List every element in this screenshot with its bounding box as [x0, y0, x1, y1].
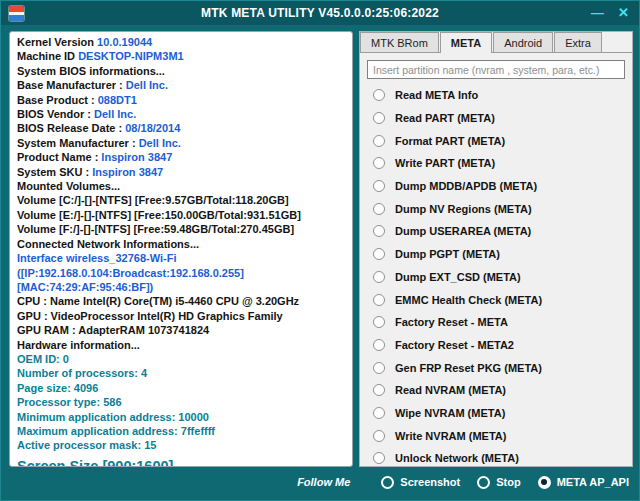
action-emmc-health-check-meta[interactable]: EMMC Health Check (META) — [373, 288, 632, 311]
radio-icon[interactable] — [381, 476, 394, 489]
action-factory-reset-meta[interactable]: Factory Reset - META — [373, 311, 632, 334]
log-line: Maximum application address: 7ffeffff — [17, 424, 346, 438]
radio-icon[interactable] — [373, 203, 385, 215]
screen-size-line: Screen Size [900:1600] — [17, 456, 346, 467]
action-label: Read META Info — [395, 89, 478, 101]
tab-meta[interactable]: META — [440, 32, 492, 52]
log-line: Machine ID DESKTOP-NIPM3M1 — [17, 49, 346, 63]
radio-icon[interactable] — [373, 407, 385, 419]
radio-icon[interactable] — [373, 248, 385, 260]
action-dump-nv-regions-meta[interactable]: Dump NV Regions (META) — [373, 197, 632, 220]
radio-icon[interactable] — [373, 362, 385, 374]
title-bar: MTK META UTILITY V45.0.0.0:25:06:2022 — … — [1, 1, 639, 25]
radio-icon[interactable] — [477, 476, 490, 489]
log-line: Connected Network Informations... — [17, 237, 346, 251]
radio-icon[interactable] — [373, 112, 385, 124]
action-read-meta-info[interactable]: Read META Info — [373, 84, 632, 107]
action-label: Write NVRAM (META) — [395, 430, 506, 442]
footer-options: ScreenshotStopMETA AP_API — [381, 476, 629, 489]
tab-mtk-brom[interactable]: MTK BRom — [360, 32, 439, 52]
log-line: Minimum application address: 10000 — [17, 410, 346, 424]
log-line: CPU : Name Intel(R) Core(TM) i5-4460 CPU… — [17, 294, 346, 308]
log-line: Hardware information... — [17, 338, 346, 352]
radio-icon[interactable] — [373, 384, 385, 396]
window-controls: — ✕ — [591, 1, 633, 25]
action-label: Read PART (META) — [395, 112, 495, 124]
action-dump-userarea-meta[interactable]: Dump USERAREA (META) — [373, 220, 632, 243]
log-line: Mounted Volumes... — [17, 179, 346, 193]
action-unlock-network-meta[interactable]: Unlock Network (META) — [373, 447, 632, 470]
log-line: Active processor mask: 15 — [17, 438, 346, 452]
action-read-nvram-meta[interactable]: Read NVRAM (META) — [373, 379, 632, 402]
meta-actions-list: Read META InfoRead PART (META)Format PAR… — [360, 81, 632, 470]
radio-icon[interactable] — [373, 157, 385, 169]
action-label: Unlock Network (META) — [395, 452, 519, 464]
action-dump-ext-csd-meta[interactable]: Dump EXT_CSD (META) — [373, 266, 632, 289]
action-dump-pgpt-meta[interactable]: Dump PGPT (META) — [373, 243, 632, 266]
log-line: Volume [E:/]-[]-[NTFS] [Free:150.00GB/To… — [17, 208, 346, 222]
app-logo-icon — [9, 6, 24, 21]
radio-icon[interactable] — [538, 476, 551, 489]
radio-icon[interactable] — [373, 339, 385, 351]
right-panel: MTK BRomMETAAndroidExtra Read META InfoR… — [359, 31, 633, 467]
action-factory-reset-meta2[interactable]: Factory Reset - META2 — [373, 334, 632, 357]
close-button[interactable]: ✕ — [618, 1, 629, 25]
action-read-part-meta[interactable]: Read PART (META) — [373, 107, 632, 130]
action-write-part-meta[interactable]: Write PART (META) — [373, 152, 632, 175]
footer-option-label: META AP_API — [557, 476, 629, 488]
partition-name-input[interactable] — [367, 60, 625, 79]
log-line: Kernel Version 10.0.19044 — [17, 35, 346, 49]
log-line: Interface wireless_32768-Wi-Fi ([IP:192.… — [17, 251, 346, 294]
log-line: Base Product : 088DT1 — [17, 93, 346, 107]
footer-bar: Follow Me ScreenshotStopMETA AP_API — [1, 472, 629, 492]
footer-option-meta-ap-api[interactable]: META AP_API — [538, 476, 629, 489]
window-title: MTK META UTILITY V45.0.0.0:25:06:2022 — [1, 1, 639, 25]
footer-option-stop[interactable]: Stop — [477, 476, 520, 489]
action-label: Factory Reset - META — [395, 316, 508, 328]
action-label: Read NVRAM (META) — [395, 384, 506, 396]
action-label: Format PART (META) — [395, 135, 505, 147]
action-label: Factory Reset - META2 — [395, 339, 514, 351]
action-wipe-nvram-meta[interactable]: Wipe NVRAM (META) — [373, 402, 632, 425]
tab-extra[interactable]: Extra — [554, 32, 602, 52]
footer-option-label: Screenshot — [400, 476, 460, 488]
action-label: Gen FRP Reset PKG (META) — [395, 362, 542, 374]
action-label: Dump EXT_CSD (META) — [395, 271, 521, 283]
log-line: System SKU : Inspiron 3847 — [17, 165, 346, 179]
action-label: Wipe NVRAM (META) — [395, 407, 505, 419]
system-info-log[interactable]: Kernel Version 10.0.19044Machine ID DESK… — [9, 31, 353, 467]
action-label: Dump USERAREA (META) — [395, 225, 531, 237]
log-line: Number of processors: 4 — [17, 366, 346, 380]
action-label: Dump PGPT (META) — [395, 248, 500, 260]
radio-icon[interactable] — [373, 89, 385, 101]
log-line: Product Name : Inspiron 3847 — [17, 150, 346, 164]
log-line: Processor type: 586 — [17, 395, 346, 409]
action-format-part-meta[interactable]: Format PART (META) — [373, 129, 632, 152]
app-window: MTK META UTILITY V45.0.0.0:25:06:2022 — … — [0, 0, 640, 501]
tab-android[interactable]: Android — [493, 32, 553, 52]
log-line: Volume [F:/]-[]-[NTFS] [Free:59.48GB/Tot… — [17, 222, 346, 236]
footer-option-screenshot[interactable]: Screenshot — [381, 476, 460, 489]
radio-icon[interactable] — [373, 316, 385, 328]
action-gen-frp-reset-pkg-meta[interactable]: Gen FRP Reset PKG (META) — [373, 356, 632, 379]
log-line: BIOS Vendor : Dell Inc. — [17, 107, 346, 121]
minimize-button[interactable]: — — [591, 1, 604, 25]
radio-icon[interactable] — [373, 135, 385, 147]
action-dump-mddb-apdb-meta[interactable]: Dump MDDB/APDB (META) — [373, 175, 632, 198]
tab-strip: MTK BRomMETAAndroidExtra — [360, 32, 632, 53]
log-line: Page size: 4096 — [17, 381, 346, 395]
radio-icon[interactable] — [373, 452, 385, 464]
radio-icon[interactable] — [373, 430, 385, 442]
log-line: GPU RAM : AdapterRAM 1073741824 — [17, 323, 346, 337]
follow-me-label: Follow Me — [297, 476, 350, 488]
radio-icon[interactable] — [373, 271, 385, 283]
radio-icon[interactable] — [373, 180, 385, 192]
log-line: OEM ID: 0 — [17, 352, 346, 366]
log-line: Base Manufacturer : Dell Inc. — [17, 78, 346, 92]
action-write-nvram-meta[interactable]: Write NVRAM (META) — [373, 424, 632, 447]
radio-icon[interactable] — [373, 225, 385, 237]
footer-option-label: Stop — [496, 476, 520, 488]
log-line: BIOS Release Date : 08/18/2014 — [17, 121, 346, 135]
action-label: Dump NV Regions (META) — [395, 203, 532, 215]
radio-icon[interactable] — [373, 294, 385, 306]
